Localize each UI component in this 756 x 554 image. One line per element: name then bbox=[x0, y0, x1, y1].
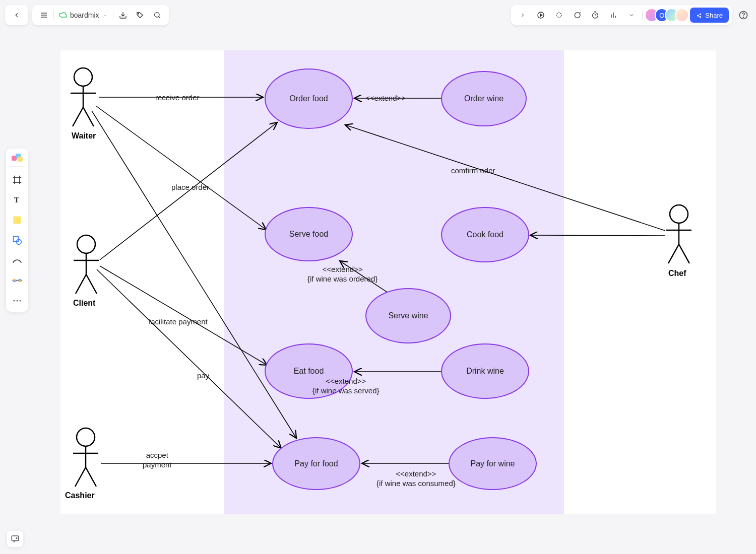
edge-label: pay bbox=[197, 371, 209, 381]
usecase-pay-for-food[interactable]: Pay for food bbox=[272, 437, 360, 490]
actor-client[interactable] bbox=[72, 234, 101, 295]
actor-waiter[interactable] bbox=[69, 67, 98, 127]
svg-line-59 bbox=[86, 467, 96, 487]
svg-point-50 bbox=[77, 235, 95, 253]
svg-point-55 bbox=[77, 428, 95, 446]
canvas[interactable]: Waiter Client Cashier Chef Order food Or… bbox=[0, 0, 756, 554]
usecase-cook-food[interactable]: Cook food bbox=[441, 207, 529, 262]
usecase-pay-for-wine[interactable]: Pay for wine bbox=[449, 437, 537, 490]
edge-label: comfirm oder bbox=[451, 166, 495, 176]
svg-line-54 bbox=[86, 274, 97, 294]
actor-chef[interactable] bbox=[664, 204, 694, 264]
edge-label: place order bbox=[171, 183, 209, 192]
usecase-order-food[interactable]: Order food bbox=[265, 68, 353, 129]
svg-line-58 bbox=[75, 467, 86, 487]
edge-label: <<extend>> {if wine was consumed} bbox=[376, 469, 456, 489]
edge-label: accpet payment bbox=[143, 451, 172, 470]
svg-point-60 bbox=[670, 205, 688, 223]
actor-label: Waiter bbox=[72, 131, 96, 141]
actor-label: Chef bbox=[668, 269, 686, 278]
edge-label: <<extend>> bbox=[365, 94, 406, 103]
usecase-serve-wine[interactable]: Serve wine bbox=[365, 288, 451, 343]
svg-line-63 bbox=[668, 244, 679, 263]
actor-label: Cashier bbox=[65, 491, 95, 500]
actor-label: Client bbox=[73, 299, 95, 308]
edge-label: <<extend>> {if wine was ordered} bbox=[307, 265, 377, 284]
svg-line-64 bbox=[679, 244, 689, 263]
edge-label: receive order bbox=[155, 93, 200, 103]
svg-point-45 bbox=[74, 68, 92, 86]
actor-cashier[interactable] bbox=[71, 427, 100, 488]
svg-line-49 bbox=[83, 107, 94, 126]
svg-line-48 bbox=[73, 107, 83, 126]
edge-label: facilitate payment bbox=[149, 317, 208, 327]
edge-label: <<extend>> {if wine was served} bbox=[312, 377, 380, 396]
diagram-canvas[interactable]: Waiter Client Cashier Chef Order food Or… bbox=[60, 50, 716, 514]
svg-line-53 bbox=[76, 274, 86, 294]
usecase-order-wine[interactable]: Order wine bbox=[441, 71, 527, 126]
usecase-drink-wine[interactable]: Drink wine bbox=[441, 343, 529, 399]
usecase-serve-food[interactable]: Serve food bbox=[265, 207, 353, 261]
